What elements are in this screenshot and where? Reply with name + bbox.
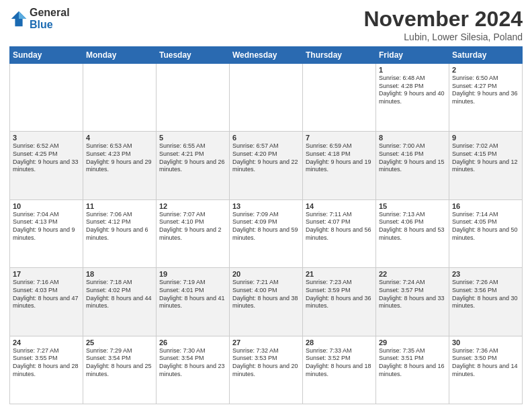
calendar-cell	[230, 64, 303, 132]
day-info: Sunset: 4:00 PM	[232, 287, 300, 295]
calendar-week-5: 24Sunrise: 7:27 AMSunset: 3:55 PMDayligh…	[10, 336, 523, 404]
day-info: Sunset: 4:15 PM	[452, 150, 519, 158]
day-info: Sunset: 4:01 PM	[159, 287, 226, 295]
day-info: Sunset: 3:56 PM	[452, 287, 519, 295]
day-number: 2	[452, 66, 519, 74]
day-number: 14	[306, 202, 373, 210]
day-info: Sunrise: 6:55 AM	[159, 142, 226, 150]
day-info: Daylight: 8 hours and 28 minutes.	[13, 363, 80, 378]
day-info: Sunrise: 7:16 AM	[13, 279, 80, 287]
day-info: Daylight: 8 hours and 36 minutes.	[306, 295, 373, 310]
header-row: Sunday Monday Tuesday Wednesday Thursday…	[10, 47, 523, 64]
day-info: Sunset: 4:05 PM	[452, 218, 519, 226]
calendar-week-4: 17Sunrise: 7:16 AMSunset: 4:03 PMDayligh…	[10, 268, 523, 336]
calendar-cell	[303, 64, 376, 132]
day-number: 9	[452, 134, 519, 142]
day-info: Sunrise: 6:50 AM	[452, 75, 519, 83]
day-info: Daylight: 8 hours and 18 minutes.	[306, 363, 373, 378]
day-info: Sunset: 3:51 PM	[379, 355, 446, 363]
day-info: Daylight: 8 hours and 44 minutes.	[86, 295, 153, 310]
day-info: Daylight: 8 hours and 14 minutes.	[452, 363, 519, 378]
day-info: Sunset: 3:59 PM	[306, 287, 373, 295]
day-info: Sunrise: 7:14 AM	[452, 211, 519, 219]
day-info: Sunrise: 7:13 AM	[379, 211, 446, 219]
day-info: Sunrise: 7:29 AM	[86, 347, 153, 355]
calendar-cell: 4Sunrise: 6:53 AMSunset: 4:23 PMDaylight…	[83, 132, 157, 199]
day-info: Daylight: 9 hours and 2 minutes.	[159, 226, 226, 242]
day-info: Sunrise: 7:30 AM	[159, 347, 226, 355]
day-number: 1	[379, 66, 446, 74]
calendar-cell: 21Sunrise: 7:23 AMSunset: 3:59 PMDayligh…	[303, 268, 376, 336]
logo-icon	[9, 9, 28, 28]
calendar-week-3: 10Sunrise: 7:04 AMSunset: 4:13 PMDayligh…	[10, 199, 523, 267]
day-info: Sunset: 3:54 PM	[86, 355, 153, 363]
day-info: Daylight: 8 hours and 25 minutes.	[86, 363, 153, 378]
day-info: Sunset: 4:25 PM	[13, 150, 80, 158]
day-number: 28	[306, 338, 373, 347]
day-info: Sunrise: 7:00 AM	[379, 142, 446, 150]
day-info: Sunset: 3:57 PM	[379, 287, 446, 295]
day-info: Sunset: 4:21 PM	[159, 150, 226, 158]
day-info: Sunset: 3:54 PM	[159, 355, 226, 363]
day-info: Daylight: 8 hours and 20 minutes.	[232, 363, 300, 378]
day-number: 24	[13, 338, 80, 347]
day-number: 29	[379, 338, 446, 347]
day-info: Daylight: 9 hours and 26 minutes.	[159, 158, 226, 174]
calendar-cell: 28Sunrise: 7:33 AMSunset: 3:52 PMDayligh…	[303, 336, 376, 404]
day-number: 25	[86, 338, 153, 347]
day-info: Daylight: 8 hours and 53 minutes.	[379, 226, 446, 242]
day-info: Sunrise: 7:04 AM	[13, 211, 80, 219]
page: General Blue November 2024 Lubin, Lower …	[0, 0, 532, 411]
day-info: Daylight: 9 hours and 6 minutes.	[86, 226, 153, 242]
calendar-cell: 24Sunrise: 7:27 AMSunset: 3:55 PMDayligh…	[10, 336, 83, 404]
calendar-cell: 6Sunrise: 6:57 AMSunset: 4:20 PMDaylight…	[230, 132, 303, 199]
day-number: 5	[159, 134, 226, 142]
day-info: Sunrise: 7:24 AM	[379, 279, 446, 287]
calendar-cell: 23Sunrise: 7:26 AMSunset: 3:56 PMDayligh…	[449, 268, 523, 336]
location: Lubin, Lower Silesia, Poland	[363, 32, 523, 42]
calendar-cell	[83, 64, 157, 132]
calendar-cell: 19Sunrise: 7:19 AMSunset: 4:01 PMDayligh…	[157, 268, 230, 336]
calendar-cell: 2Sunrise: 6:50 AMSunset: 4:27 PMDaylight…	[449, 64, 523, 132]
calendar-cell: 25Sunrise: 7:29 AMSunset: 3:54 PMDayligh…	[83, 336, 157, 404]
day-info: Sunset: 4:09 PM	[232, 218, 300, 226]
logo-general: General	[30, 7, 70, 19]
month-title: November 2024	[363, 7, 523, 32]
day-info: Sunrise: 6:57 AM	[232, 142, 300, 150]
calendar-table: Sunday Monday Tuesday Wednesday Thursday…	[9, 46, 523, 404]
day-number: 12	[159, 202, 226, 210]
day-info: Sunrise: 7:26 AM	[452, 279, 519, 287]
day-info: Sunrise: 7:33 AM	[306, 347, 373, 355]
calendar-cell: 30Sunrise: 7:36 AMSunset: 3:50 PMDayligh…	[449, 336, 523, 404]
calendar-cell: 11Sunrise: 7:06 AMSunset: 4:12 PMDayligh…	[83, 199, 157, 267]
calendar-cell: 12Sunrise: 7:07 AMSunset: 4:10 PMDayligh…	[157, 199, 230, 267]
day-info: Sunrise: 6:52 AM	[13, 142, 80, 150]
day-info: Daylight: 9 hours and 40 minutes.	[379, 90, 446, 105]
day-number: 3	[13, 134, 80, 142]
calendar-cell: 10Sunrise: 7:04 AMSunset: 4:13 PMDayligh…	[10, 199, 83, 267]
logo-text: General Blue	[30, 7, 70, 30]
logo-blue: Blue	[30, 19, 70, 31]
calendar-cell: 29Sunrise: 7:35 AMSunset: 3:51 PMDayligh…	[376, 336, 449, 404]
day-info: Sunrise: 7:35 AM	[379, 347, 446, 355]
day-info: Sunrise: 6:59 AM	[306, 142, 373, 150]
day-info: Sunset: 3:53 PM	[232, 355, 300, 363]
calendar-cell: 7Sunrise: 6:59 AMSunset: 4:18 PMDaylight…	[303, 132, 376, 199]
day-number: 10	[13, 202, 80, 210]
day-info: Daylight: 9 hours and 33 minutes.	[13, 158, 80, 174]
day-info: Sunset: 4:02 PM	[86, 287, 153, 295]
calendar-week-1: 1Sunrise: 6:48 AMSunset: 4:28 PMDaylight…	[10, 64, 523, 132]
day-info: Sunrise: 7:23 AM	[306, 279, 373, 287]
calendar-cell	[10, 64, 83, 132]
day-info: Sunset: 4:03 PM	[13, 287, 80, 295]
day-info: Sunrise: 7:09 AM	[232, 211, 300, 219]
day-info: Sunrise: 7:19 AM	[159, 279, 226, 287]
day-number: 4	[86, 134, 153, 142]
day-info: Sunset: 3:50 PM	[452, 355, 519, 363]
day-info: Sunrise: 7:07 AM	[159, 211, 226, 219]
day-info: Daylight: 8 hours and 33 minutes.	[379, 295, 446, 310]
calendar-cell: 3Sunrise: 6:52 AMSunset: 4:25 PMDaylight…	[10, 132, 83, 199]
day-number: 21	[306, 270, 373, 278]
calendar-cell: 15Sunrise: 7:13 AMSunset: 4:06 PMDayligh…	[376, 199, 449, 267]
day-number: 13	[232, 202, 300, 210]
